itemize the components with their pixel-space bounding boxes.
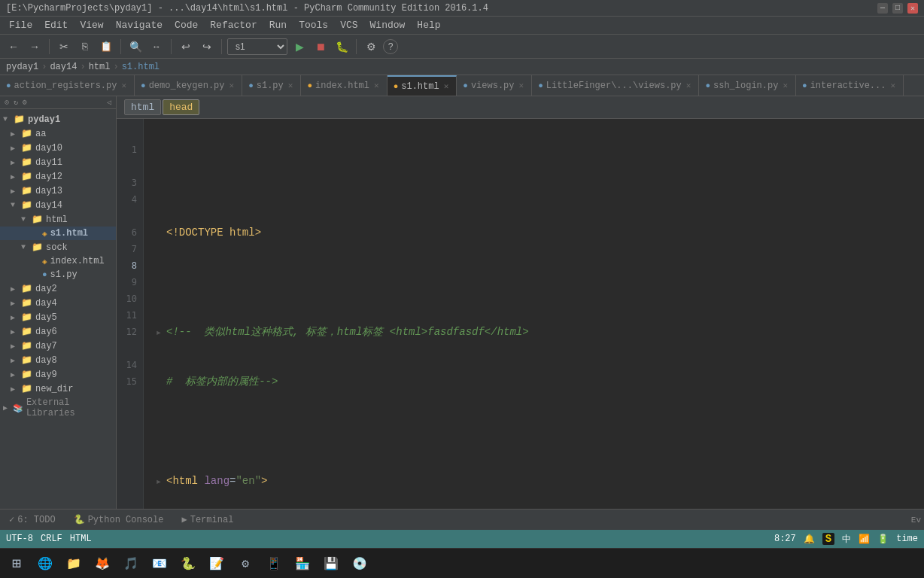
sidebar-item-newdir[interactable]: ▶ 📁 new_dir <box>0 382 116 396</box>
taskbar-ie[interactable]: 🌐 <box>32 550 59 577</box>
menu-code[interactable]: Code <box>169 18 204 32</box>
taskbar-folder2[interactable]: 💾 <box>318 550 345 577</box>
toolbar-settings[interactable]: ⚙ <box>362 38 380 56</box>
sidebar-item-s1html[interactable]: ◈ s1.html <box>0 227 116 240</box>
editor-area[interactable]: html head 1 3 4 6 7 8 9 10 11 12 14 <box>117 96 924 509</box>
taskbar-notepad[interactable]: 📝 <box>203 550 230 577</box>
sidebar-item-day13[interactable]: ▶ 📁 day13 <box>0 184 116 198</box>
bottom-tab-python-console[interactable]: 🐍 Python Console <box>68 510 170 531</box>
menu-tools[interactable]: Tools <box>293 18 334 32</box>
menu-navigate[interactable]: Navigate <box>110 18 169 32</box>
taskbar-firefox[interactable]: 🦊 <box>89 550 116 577</box>
bottom-tab-terminal[interactable]: ▶ Terminal <box>175 510 239 531</box>
sidebar-item-day7[interactable]: ▶ 📁 day7 <box>0 339 116 353</box>
tab-littlefinger-views[interactable]: ● LittleFinger\...\views.py ✕ <box>532 75 699 96</box>
toolbar-copy[interactable]: ⎘ <box>76 38 94 56</box>
toolbar-debug[interactable]: 🐛 <box>333 38 351 56</box>
taskbar-explorer[interactable]: 📁 <box>60 550 87 577</box>
menu-help[interactable]: Help <box>411 18 446 32</box>
sidebar-item-sock[interactable]: ▼ 📁 sock <box>0 240 116 254</box>
tag-badge-head[interactable]: head <box>163 99 199 115</box>
bc-s1html[interactable]: s1.html <box>122 62 160 72</box>
toolbar-paste[interactable]: 📋 <box>97 38 115 56</box>
sidebar-item-day10[interactable]: ▶ 📁 day10 <box>0 141 116 155</box>
sidebar-item-day11[interactable]: ▶ 📁 day11 <box>0 155 116 169</box>
toolbar-find[interactable]: 🔍 <box>126 38 144 56</box>
tab-s1html[interactable]: ● s1.html ✕ <box>388 75 457 96</box>
tab-action-registers[interactable]: ● action_registers.py ✕ <box>0 75 135 96</box>
bc-pyday1[interactable]: pyday1 <box>6 62 38 72</box>
sidebar-item-day4[interactable]: ▶ 📁 day4 <box>0 296 116 310</box>
status-encoding[interactable]: UTF-8 <box>6 534 33 544</box>
sidebar-settings-btn[interactable]: ⚙ <box>21 98 29 107</box>
toolbar-stop[interactable]: ⏹ <box>312 38 330 56</box>
tab-close6[interactable]: ✕ <box>518 80 526 91</box>
sidebar-item-pyday1[interactable]: ▼ 📁 pyday1 <box>0 112 116 126</box>
sidebar-sync-btn[interactable]: ↻ <box>12 98 20 107</box>
sidebar-item-day12[interactable]: ▶ 📁 day12 <box>0 169 116 184</box>
tab-close2[interactable]: ✕ <box>228 80 236 91</box>
toolbar-replace[interactable]: ↔ <box>147 38 166 56</box>
toolbar-redo[interactable]: ↪ <box>198 38 216 56</box>
taskbar-python[interactable]: 🐍 <box>175 550 202 577</box>
tab-close3[interactable]: ✕ <box>287 80 295 91</box>
bc-html[interactable]: html <box>89 62 111 72</box>
taskbar-settings[interactable]: ⚙ <box>232 550 259 577</box>
taskbar-start[interactable]: ⊞ <box>3 550 30 577</box>
sidebar-item-indexhtml[interactable]: ◈ index.html <box>0 254 116 268</box>
tab-demo-keygen[interactable]: ● demo_keygen.py ✕ <box>135 75 242 96</box>
tab-s1py[interactable]: ● s1.py ✕ <box>242 75 301 96</box>
toolbar-cut[interactable]: ✂ <box>55 38 73 56</box>
tab-ssh-login[interactable]: ● ssh_login.py ✕ <box>699 75 796 96</box>
toolbar-help[interactable]: ? <box>383 39 398 54</box>
sidebar-item-day14[interactable]: ▼ 📁 day14 <box>0 198 116 212</box>
taskbar-store[interactable]: 🏪 <box>289 550 316 577</box>
tab-close[interactable]: ✕ <box>120 80 128 91</box>
menu-run[interactable]: Run <box>263 18 293 32</box>
bottom-tab-todo[interactable]: ✓ 6: TODO <box>3 510 62 531</box>
tab-interactive[interactable]: ● interactive... ✕ <box>796 75 904 96</box>
bc-day14[interactable]: day14 <box>50 62 77 72</box>
taskbar-phone[interactable]: 📱 <box>260 550 287 577</box>
status-lang[interactable]: HTML <box>70 534 92 544</box>
sidebar-item-day2[interactable]: ▶ 📁 day2 <box>0 281 116 296</box>
sidebar-item-day5[interactable]: ▶ 📁 day5 <box>0 310 116 324</box>
sidebar-item-day6[interactable]: ▶ 📁 day6 <box>0 324 116 339</box>
tag-badge-html[interactable]: html <box>124 99 161 115</box>
tab-index-html[interactable]: ● index.html ✕ <box>301 75 387 96</box>
toolbar-forward[interactable]: → <box>26 38 44 56</box>
taskbar-email[interactable]: 📧 <box>146 550 173 577</box>
toolbar-back[interactable]: ← <box>5 38 23 56</box>
minimize-button[interactable]: — <box>877 3 888 14</box>
maximize-button[interactable]: □ <box>892 3 903 14</box>
sidebar-item-aa[interactable]: ▶ 📁 aa <box>0 126 116 141</box>
menu-view[interactable]: View <box>74 18 109 32</box>
close-button[interactable]: ✕ <box>907 3 918 14</box>
sidebar-item-extlibs[interactable]: ▶ 📚 External Libraries <box>0 396 116 420</box>
code-line-1: <!DOCTYPE html> <box>151 224 916 241</box>
taskbar-dvd[interactable]: 💿 <box>346 550 373 577</box>
menu-vcs[interactable]: VCS <box>334 18 363 32</box>
sidebar-item-day8[interactable]: ▶ 📁 day8 <box>0 353 116 367</box>
tab-close4[interactable]: ✕ <box>372 80 381 91</box>
menu-edit[interactable]: Edit <box>38 18 74 32</box>
sidebar-collapse-btn[interactable]: ◁ <box>105 98 113 107</box>
sidebar-tool-btn[interactable]: ⊙ <box>3 98 11 107</box>
sidebar-item-s1py[interactable]: ● s1.py <box>0 268 116 281</box>
sidebar-item-html[interactable]: ▼ 📁 html <box>0 212 116 227</box>
tab-close9[interactable]: ✕ <box>889 80 897 91</box>
menu-window[interactable]: Window <box>364 18 412 32</box>
toolbar-undo[interactable]: ↩ <box>177 38 195 56</box>
tab-close7[interactable]: ✕ <box>685 80 693 91</box>
tab-views-py[interactable]: ● views.py ✕ <box>457 75 532 96</box>
menu-file[interactable]: File <box>3 18 38 32</box>
code-body[interactable]: <!DOCTYPE html> ▸ <!-- 类似html这种格式, 标签，ht… <box>144 119 924 509</box>
taskbar-music[interactable]: 🎵 <box>117 550 144 577</box>
run-config-dropdown[interactable]: s1 <box>227 38 287 55</box>
toolbar-run[interactable]: ▶ <box>290 38 309 56</box>
sidebar-item-day9[interactable]: ▶ 📁 day9 <box>0 367 116 382</box>
status-eol[interactable]: CRLF <box>41 534 62 544</box>
tab-close5[interactable]: ✕ <box>442 81 451 92</box>
menu-refactor[interactable]: Refactor <box>204 18 263 32</box>
tab-close8[interactable]: ✕ <box>781 80 789 91</box>
